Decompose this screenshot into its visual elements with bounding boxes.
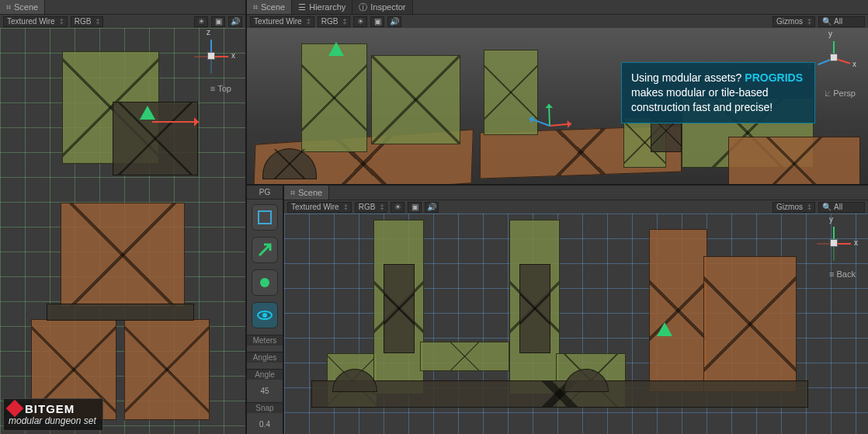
scene-icon: ⌗: [6, 2, 11, 12]
pg-snap-toggle[interactable]: [252, 204, 278, 231]
grid-snap-icon: [256, 209, 273, 226]
info-brand: PROGRIDS: [745, 71, 803, 84]
axis-x-label: x: [852, 60, 856, 68]
circle-icon: [256, 274, 273, 291]
shading-mode-dropdown[interactable]: Textured Wire: [3, 16, 68, 27]
pg-angle-value[interactable]: 45: [247, 386, 283, 396]
sun-icon: ☀: [394, 203, 401, 211]
gizmos-dropdown[interactable]: Gizmos: [773, 202, 815, 213]
tab-hierarchy[interactable]: ☰ Hierarchy: [292, 0, 352, 14]
shading-mode-dropdown[interactable]: Textured Wire: [250, 16, 314, 27]
axis-x-label: x: [231, 51, 235, 60]
tab-scene-left[interactable]: ⌗ Scene: [0, 0, 45, 14]
search-input[interactable]: 🔍 All: [818, 16, 865, 27]
shading-mode-label: Textured Wire: [254, 17, 302, 26]
info-line-1: Using modular assets?: [631, 71, 745, 84]
color-mode-dropdown[interactable]: RGB: [355, 202, 388, 213]
fx-toggle[interactable]: ▣: [370, 16, 384, 27]
search-icon: 🔍: [822, 203, 832, 211]
left-tab-bar: ⌗ Scene: [0, 0, 245, 14]
eye-icon: [256, 307, 273, 324]
tab-scene-bottom[interactable]: ⌗ Scene: [284, 186, 329, 200]
progrids-info: Using modular assets? PROGRIDS makes mod…: [621, 62, 815, 123]
axis-y-label: y: [828, 30, 832, 38]
left-axis-gizmo[interactable]: x z: [188, 33, 234, 79]
sun-icon: ☀: [198, 17, 205, 26]
move-gizmo[interactable]: [519, 94, 581, 156]
audio-icon: 🔊: [390, 17, 399, 26]
pg-snap-value[interactable]: 0.4: [247, 419, 283, 429]
axis-x-label: x: [854, 238, 858, 247]
pg-angle-label: Angle: [247, 369, 283, 380]
sun-icon: ☀: [357, 17, 364, 26]
scene-icon: ⌗: [253, 2, 258, 12]
left-view-label[interactable]: ≡ Top: [210, 84, 231, 93]
search-placeholder: All: [834, 203, 842, 211]
ortho-icon: ≡: [829, 269, 834, 279]
tab-label: Scene: [261, 2, 285, 12]
view-label-text: Persp: [833, 89, 856, 98]
badge-sub: modular dungeon set: [9, 416, 96, 425]
pg-axis-toggle[interactable]: [252, 269, 278, 296]
svg-point-3: [262, 313, 267, 318]
bottom-toolbar: Textured Wire RGB ☀ ▣ 🔊 Gizmos 🔍: [284, 200, 868, 214]
tab-label: Scene: [298, 188, 322, 197]
gizmos-dropdown[interactable]: Gizmos: [773, 16, 815, 27]
color-mode-label: RGB: [75, 17, 92, 26]
lighting-toggle[interactable]: ☀: [353, 16, 367, 27]
shading-mode-label: Textured Wire: [291, 203, 339, 211]
gizmos-label: Gizmos: [776, 17, 803, 26]
left-viewport[interactable]: x z ≡ Top BITGEM modular dungeon set: [0, 28, 245, 434]
bottom-view-label[interactable]: ≡ Back: [829, 269, 856, 279]
info-line-2: makes modular or tile-based construction…: [631, 86, 773, 113]
pg-push-button[interactable]: [252, 237, 278, 263]
audio-icon: 🔊: [427, 203, 436, 211]
hierarchy-icon: ☰: [298, 2, 306, 12]
audio-toggle[interactable]: 🔊: [387, 16, 401, 27]
shading-mode-label: Textured Wire: [7, 17, 55, 26]
color-mode-label: RGB: [321, 17, 339, 26]
pg-header: PG: [247, 186, 283, 200]
top-viewport[interactable]: x y z ⟀ Persp Using modular assets? PROG…: [247, 28, 868, 184]
pg-snap-label: Snap: [247, 402, 283, 413]
audio-toggle[interactable]: 🔊: [228, 16, 242, 27]
color-mode-label: RGB: [359, 203, 376, 211]
progrids-panel: PG Meters Angles Angl: [247, 186, 284, 434]
pg-angles-button[interactable]: Angles: [247, 352, 283, 363]
asset-badge: BITGEM modular dungeon set: [3, 398, 103, 431]
top-view-label[interactable]: ⟀ Persp: [825, 89, 856, 98]
lighting-toggle[interactable]: ☀: [391, 202, 404, 213]
pg-meters-button[interactable]: Meters: [247, 335, 283, 345]
tab-label: Scene: [14, 2, 38, 12]
ortho-icon: ≡: [210, 84, 215, 93]
left-toolbar: Textured Wire RGB ☀ ▣ 🔊: [0, 14, 245, 28]
color-mode-dropdown[interactable]: RGB: [318, 16, 351, 27]
svg-rect-0: [259, 211, 271, 224]
shading-mode-dropdown[interactable]: Textured Wire: [287, 202, 352, 213]
search-input[interactable]: 🔍 All: [818, 202, 865, 213]
image-icon: ▣: [374, 17, 381, 26]
badge-brand: BITGEM: [25, 403, 75, 415]
tab-scene-top[interactable]: ⌗ Scene: [247, 0, 292, 14]
bitgem-logo-icon: [6, 400, 24, 418]
image-icon: ▣: [411, 203, 418, 211]
tab-label: Hierarchy: [309, 2, 345, 12]
inspector-icon: ⓘ: [359, 2, 367, 13]
bottom-viewport[interactable]: x y ≡ Back: [284, 214, 868, 434]
gizmos-label: Gizmos: [776, 203, 803, 211]
bottom-axis-gizmo[interactable]: x y: [811, 220, 857, 266]
tab-inspector[interactable]: ⓘ Inspector: [352, 0, 412, 14]
pg-visibility-toggle[interactable]: [252, 302, 278, 328]
search-placeholder: All: [834, 17, 842, 26]
fx-toggle[interactable]: ▣: [408, 202, 422, 213]
top-axis-gizmo[interactable]: x y z: [811, 34, 857, 81]
persp-icon: ⟀: [825, 89, 831, 98]
fx-toggle[interactable]: ▣: [211, 16, 225, 27]
top-toolbar: Textured Wire RGB ☀ ▣ 🔊 Gizmos 🔍 All: [247, 14, 868, 28]
audio-toggle[interactable]: 🔊: [425, 202, 439, 213]
search-icon: 🔍: [822, 17, 832, 26]
scene-icon: ⌗: [290, 188, 295, 198]
lighting-toggle[interactable]: ☀: [194, 16, 208, 27]
top-tab-bar: ⌗ Scene ☰ Hierarchy ⓘ Inspector: [247, 0, 868, 14]
color-mode-dropdown[interactable]: RGB: [71, 16, 104, 27]
